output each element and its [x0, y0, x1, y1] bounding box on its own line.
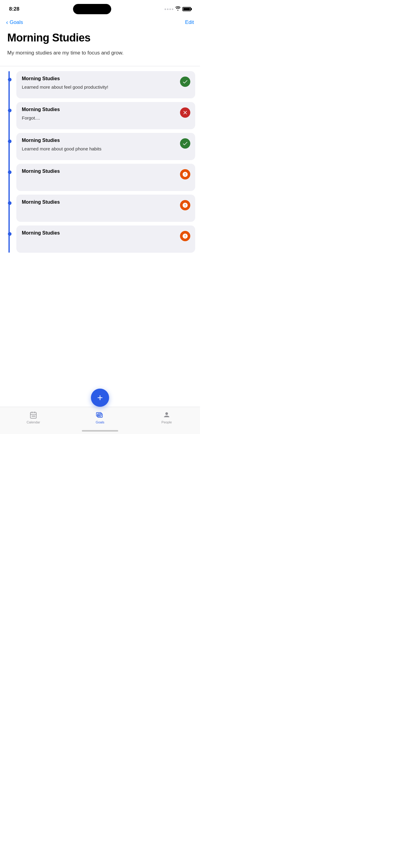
divider — [0, 66, 200, 66]
entry-card-1[interactable]: Morning Studies Learned more about feel … — [17, 71, 195, 98]
entry-content-1: Morning Studies Learned more about feel … — [22, 76, 177, 90]
table-row[interactable]: Morning Studies Forgot.... — [17, 102, 195, 129]
svg-rect-9 — [97, 413, 102, 417]
entry-title-1: Morning Studies — [22, 76, 177, 82]
svg-rect-5 — [33, 415, 34, 416]
tab-people[interactable]: People — [154, 411, 179, 424]
tab-people-label: People — [162, 421, 172, 424]
dynamic-island — [73, 4, 111, 14]
back-label: Goals — [10, 19, 23, 25]
entry-title-6: Morning Studies — [22, 230, 177, 236]
timeline-bar — [8, 71, 10, 253]
timeline-dot-1 — [8, 78, 11, 82]
entries-list: Morning Studies Learned more about feel … — [6, 71, 200, 253]
calendar-icon — [29, 411, 37, 419]
entry-card-5[interactable]: Morning Studies — [17, 195, 195, 222]
entry-card-6[interactable]: Morning Studies — [17, 225, 195, 253]
timeline-dot-3 — [8, 140, 11, 143]
plus-icon: + — [97, 393, 103, 403]
entry-content-2: Morning Studies Forgot.... — [22, 107, 177, 121]
svg-rect-4 — [32, 415, 33, 416]
table-row[interactable]: Morning Studies — [17, 195, 195, 222]
tab-calendar-label: Calendar — [27, 421, 40, 424]
table-row[interactable]: Morning Studies Learned more about good … — [17, 133, 195, 160]
warning-icon-4 — [180, 169, 190, 180]
fab-container: + — [91, 389, 109, 407]
signal-icon — [165, 8, 173, 10]
warning-icon-6 — [180, 231, 190, 241]
success-icon-3 — [180, 138, 190, 149]
timeline-dot-2 — [8, 108, 11, 112]
timeline-dot-4 — [8, 170, 11, 174]
tab-goals[interactable]: Goals — [88, 411, 112, 424]
timeline-wrapper: Morning Studies Learned more about feel … — [0, 71, 200, 253]
entry-description-3: Learned more about good phone habits — [22, 146, 177, 152]
entry-content-5: Morning Studies — [22, 199, 177, 207]
table-row[interactable]: Morning Studies — [17, 164, 195, 191]
entry-title-4: Morning Studies — [22, 168, 177, 174]
svg-rect-6 — [34, 415, 35, 416]
chevron-left-icon: ‹ — [6, 19, 8, 26]
wifi-icon — [175, 6, 180, 12]
warning-icon-5 — [180, 200, 190, 210]
entry-content-4: Morning Studies — [22, 168, 177, 177]
timeline-dot-5 — [8, 201, 11, 205]
goals-icon — [96, 411, 104, 419]
svg-point-12 — [166, 412, 168, 415]
tab-calendar[interactable]: Calendar — [21, 411, 46, 424]
entry-content-3: Morning Studies Learned more about good … — [22, 138, 177, 152]
edit-button[interactable]: Edit — [185, 19, 194, 25]
entry-card-2[interactable]: Morning Studies Forgot.... — [17, 102, 195, 129]
scrollable-content: Morning Studies My morning studies are m… — [0, 29, 200, 402]
page-title: Morning Studies — [7, 32, 193, 44]
entry-description-1: Learned more about feel good productivit… — [22, 84, 177, 90]
nav-bar: ‹ Goals Edit — [0, 17, 200, 29]
entry-card-4[interactable]: Morning Studies — [17, 164, 195, 191]
status-icons — [165, 6, 191, 12]
battery-icon — [182, 7, 191, 11]
entry-content-6: Morning Studies — [22, 230, 177, 238]
entry-title-2: Morning Studies — [22, 107, 177, 112]
status-bar: 8:28 — [0, 0, 200, 17]
home-indicator — [82, 430, 118, 432]
table-row[interactable]: Morning Studies Learned more about feel … — [17, 71, 195, 98]
table-row[interactable]: Morning Studies — [17, 225, 195, 253]
timeline-dot-6 — [8, 232, 11, 236]
back-button[interactable]: ‹ Goals — [6, 19, 23, 26]
page-title-area: Morning Studies My morning studies are m… — [0, 29, 200, 61]
entry-card-3[interactable]: Morning Studies Learned more about good … — [17, 133, 195, 160]
entry-title-5: Morning Studies — [22, 199, 177, 205]
people-icon — [163, 411, 171, 419]
svg-rect-0 — [30, 412, 36, 418]
success-icon-1 — [180, 76, 190, 87]
add-entry-button[interactable]: + — [91, 389, 109, 407]
entry-description-2: Forgot.... — [22, 115, 177, 121]
status-time: 8:28 — [9, 6, 20, 12]
page-subtitle: My morning studies are my time to focus … — [7, 49, 193, 57]
entry-title-3: Morning Studies — [22, 138, 177, 143]
failure-icon-2 — [180, 107, 190, 118]
tab-goals-label: Goals — [96, 421, 105, 424]
